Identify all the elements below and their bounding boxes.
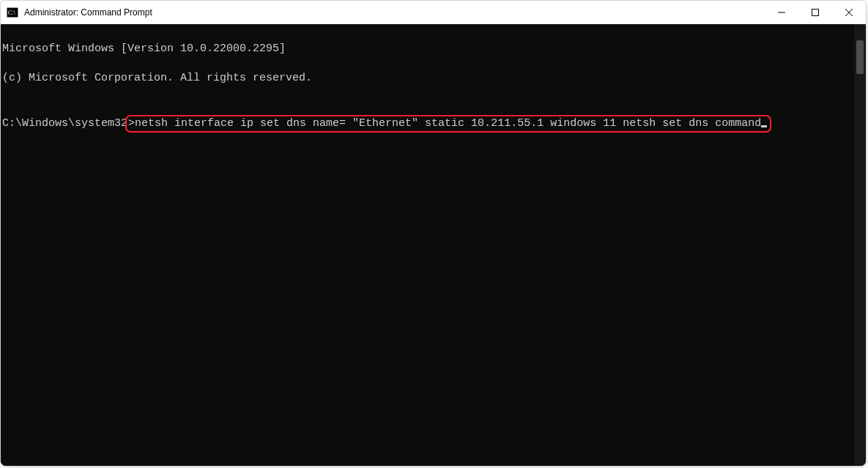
console-area: Microsoft Windows [Version 10.0.22000.22…: [1, 24, 866, 466]
banner-line-2: (c) Microsoft Corporation. All rights re…: [2, 71, 854, 86]
cmd-icon: C:\: [7, 7, 18, 18]
prompt-angle: >: [128, 117, 135, 130]
window-title: Administrator: Command Prompt: [24, 7, 765, 18]
close-button[interactable]: [832, 1, 866, 24]
prompt-path: C:\Windows\system32: [2, 117, 127, 130]
entered-command: netsh interface ip set dns name= "Ethern…: [135, 117, 761, 130]
highlighted-command: >netsh interface ip set dns name= "Ether…: [125, 115, 771, 133]
scrollbar-thumb[interactable]: [856, 40, 864, 74]
maximize-button[interactable]: [798, 1, 832, 24]
svg-text:C:\: C:\: [8, 10, 16, 16]
minimize-button[interactable]: [765, 1, 798, 24]
console-output[interactable]: Microsoft Windows [Version 10.0.22000.22…: [1, 24, 854, 466]
text-cursor: [761, 125, 767, 127]
banner-line-1: Microsoft Windows [Version 10.0.22000.22…: [2, 42, 854, 56]
command-prompt-window: C:\ Administrator: Command Prompt Micros…: [0, 0, 867, 467]
prompt-line: C:\Windows\system32>netsh interface ip s…: [2, 115, 771, 133]
svg-rect-3: [812, 10, 819, 16]
vertical-scrollbar[interactable]: [854, 24, 866, 466]
titlebar[interactable]: C:\ Administrator: Command Prompt: [1, 1, 866, 24]
